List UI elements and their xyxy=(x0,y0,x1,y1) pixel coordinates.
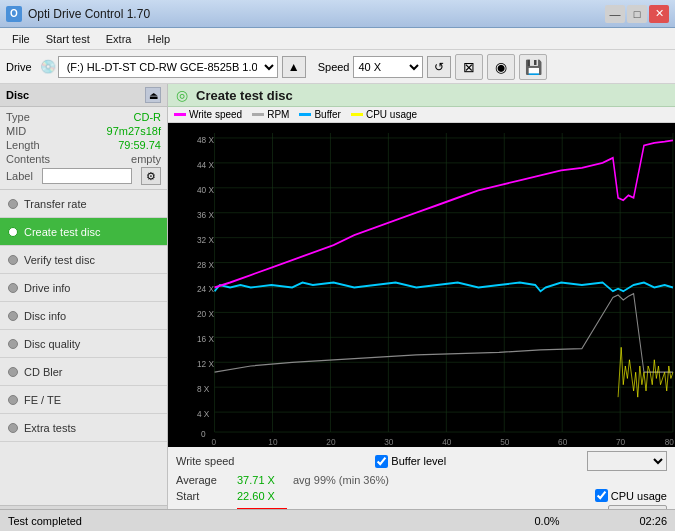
cpu-usage-label: CPU usage xyxy=(611,490,667,502)
sidebar-item-create-test-disc[interactable]: Create test disc xyxy=(0,218,167,246)
sidebar-item-verify-test-disc[interactable]: Verify test disc xyxy=(0,246,167,274)
sidebar-item-fe-te[interactable]: FE / TE xyxy=(0,386,167,414)
sidebar-item-cd-bler[interactable]: CD Bler xyxy=(0,358,167,386)
type-label: Type xyxy=(6,111,30,123)
main-layout: Disc ⏏ Type CD-R MID 97m27s18f Length 79… xyxy=(0,84,675,531)
drive-icon: 💿 xyxy=(40,59,56,74)
chart-title: Create test disc xyxy=(196,88,293,103)
chart-area: 48 X 44 X 40 X 36 X 32 X 28 X 24 X 20 X … xyxy=(168,123,675,447)
buffer-level-checkbox[interactable] xyxy=(375,455,388,468)
titlebar: O Opti Drive Control 1.70 — □ ✕ xyxy=(0,0,675,28)
status-time: 02:26 xyxy=(607,515,667,527)
burn-button[interactable]: ◉ xyxy=(487,54,515,80)
svg-text:12 X: 12 X xyxy=(197,359,214,370)
svg-text:8 X: 8 X xyxy=(197,383,209,394)
svg-text:70: 70 xyxy=(616,436,625,447)
disc-label-label: Label xyxy=(6,170,33,182)
contents-value: empty xyxy=(131,153,161,165)
type-value: CD-R xyxy=(134,111,162,123)
left-panel: Disc ⏏ Type CD-R MID 97m27s18f Length 79… xyxy=(0,84,168,531)
length-label: Length xyxy=(6,139,40,151)
legend-color-buffer xyxy=(299,113,311,116)
menu-extra[interactable]: Extra xyxy=(98,31,140,47)
save-button[interactable]: 💾 xyxy=(519,54,547,80)
sidebar-item-extra-tests[interactable]: Extra tests xyxy=(0,414,167,442)
buffer-level-label: Buffer level xyxy=(391,455,446,467)
sidebar-item-transfer-rate[interactable]: Transfer rate xyxy=(0,190,167,218)
nav-label-disc-quality: Disc quality xyxy=(24,338,80,350)
nav-label-drive-info: Drive info xyxy=(24,282,70,294)
nav-dot-create-test-disc xyxy=(8,227,18,237)
svg-text:48 X: 48 X xyxy=(197,134,214,145)
legend-rpm: RPM xyxy=(252,109,289,120)
nav-dot-fe-te xyxy=(8,395,18,405)
eraser-button[interactable]: ⊠ xyxy=(455,54,483,80)
chart-icon: ◎ xyxy=(176,87,188,103)
nav-dot-disc-quality xyxy=(8,339,18,349)
svg-text:30: 30 xyxy=(384,436,393,447)
average-value: 37.71 X xyxy=(237,474,287,486)
status-text: Test completed xyxy=(8,515,487,527)
toolbar: Drive 💿 (F:) HL-DT-ST CD-RW GCE-8525B 1.… xyxy=(0,50,675,84)
nav-label-verify-test-disc: Verify test disc xyxy=(24,254,95,266)
eject-button[interactable]: ▲ xyxy=(282,56,306,78)
maximize-button[interactable]: □ xyxy=(627,5,647,23)
start-label: Start xyxy=(176,490,231,502)
mid-value: 97m27s18f xyxy=(107,125,161,137)
buffer-level-checkbox-label[interactable]: Buffer level xyxy=(375,455,446,468)
legend-label-buffer: Buffer xyxy=(314,109,341,120)
drive-select[interactable]: (F:) HL-DT-ST CD-RW GCE-8525B 1.03 xyxy=(58,56,278,78)
legend-color-write-speed xyxy=(174,113,186,116)
cpu-usage-checkbox[interactable] xyxy=(595,489,608,502)
svg-text:0: 0 xyxy=(211,436,216,447)
titlebar-title: Opti Drive Control 1.70 xyxy=(28,7,150,21)
length-value: 79:59.74 xyxy=(118,139,161,151)
svg-text:32 X: 32 X xyxy=(197,234,214,245)
control-row-1: Write speed Buffer level xyxy=(176,451,667,471)
disc-section-header: Disc ⏏ xyxy=(0,84,167,107)
nav-label-cd-bler: CD Bler xyxy=(24,366,63,378)
sidebar-item-disc-quality[interactable]: Disc quality xyxy=(0,330,167,358)
menu-help[interactable]: Help xyxy=(139,31,178,47)
sidebar-item-drive-info[interactable]: Drive info xyxy=(0,274,167,302)
titlebar-left: O Opti Drive Control 1.70 xyxy=(6,6,150,22)
cpu-usage-checkbox-label[interactable]: CPU usage xyxy=(595,489,667,502)
speed-label: Speed xyxy=(318,61,350,73)
mid-label: MID xyxy=(6,125,26,137)
nav-label-disc-info: Disc info xyxy=(24,310,66,322)
disc-eject-button[interactable]: ⏏ xyxy=(145,87,161,103)
close-button[interactable]: ✕ xyxy=(649,5,669,23)
svg-text:40 X: 40 X xyxy=(197,184,214,195)
svg-text:16 X: 16 X xyxy=(197,334,214,345)
average-label: Average xyxy=(176,474,231,486)
sidebar-item-disc-info[interactable]: Disc info xyxy=(0,302,167,330)
menu-start-test[interactable]: Start test xyxy=(38,31,98,47)
refresh-button[interactable]: ↺ xyxy=(427,56,451,78)
menu-file[interactable]: File xyxy=(4,31,38,47)
label-input[interactable] xyxy=(42,168,132,184)
chart-svg: 48 X 44 X 40 X 36 X 32 X 28 X 24 X 20 X … xyxy=(168,123,675,447)
start-value: 22.60 X xyxy=(237,490,287,502)
average-text: avg 99% (min 36%) xyxy=(293,474,389,486)
control-row-3: Start 22.60 X CPU usage xyxy=(176,489,667,502)
write-speed-select[interactable] xyxy=(587,451,667,471)
svg-text:80 min: 80 min xyxy=(665,436,675,447)
legend-color-cpu xyxy=(351,113,363,116)
svg-text:50: 50 xyxy=(500,436,509,447)
minimize-button[interactable]: — xyxy=(605,5,625,23)
nav-items: Transfer rate Create test disc Verify te… xyxy=(0,190,167,505)
drive-label: Drive xyxy=(6,61,32,73)
titlebar-controls: — □ ✕ xyxy=(605,5,669,23)
menubar: File Start test Extra Help xyxy=(0,28,675,50)
nav-label-create-test-disc: Create test disc xyxy=(24,226,100,238)
nav-dot-drive-info xyxy=(8,283,18,293)
nav-dot-transfer-rate xyxy=(8,199,18,209)
disc-contents-row: Contents empty xyxy=(6,153,161,165)
disc-type-row: Type CD-R xyxy=(6,111,161,123)
svg-text:4 X: 4 X xyxy=(197,408,209,419)
legend-label-rpm: RPM xyxy=(267,109,289,120)
speed-select[interactable]: 40 X xyxy=(353,56,423,78)
label-settings-button[interactable]: ⚙ xyxy=(141,167,161,185)
legend-write-speed: Write speed xyxy=(174,109,242,120)
legend-label-cpu: CPU usage xyxy=(366,109,417,120)
